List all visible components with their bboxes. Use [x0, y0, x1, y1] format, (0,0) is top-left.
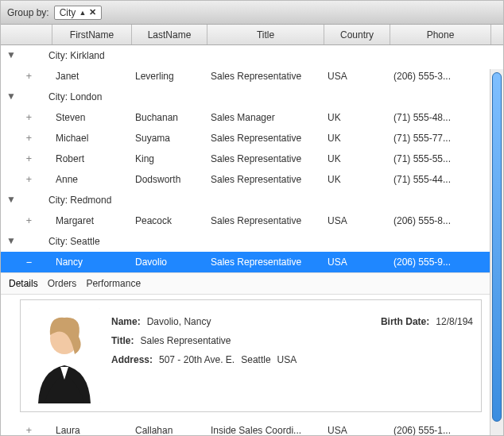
detail-title-value: Sales Representative	[140, 335, 231, 346]
table-row[interactable]: + Steven Buchanan Sales Manager UK (71) …	[1, 107, 490, 128]
remove-group-icon[interactable]: ✕	[89, 7, 96, 17]
vertical-scrollbar[interactable]	[490, 69, 503, 435]
header-country[interactable]: Country	[324, 25, 390, 44]
avatar	[29, 308, 100, 403]
chevron-down-icon[interactable]: ▼	[1, 235, 21, 246]
group-by-label: Group by:	[7, 7, 49, 18]
tab-details[interactable]: Details	[9, 276, 38, 291]
expand-icon[interactable]: +	[26, 112, 32, 123]
detail-address-city: Seattle	[241, 354, 270, 365]
detail-address-country: USA	[277, 354, 297, 365]
collapse-icon[interactable]: −	[26, 257, 32, 268]
expand-icon[interactable]: +	[26, 71, 32, 82]
detail-address-street: 507 - 20th Ave. E.	[159, 354, 235, 365]
sort-asc-icon[interactable]: ▲	[79, 9, 86, 17]
detail-name-label: Name:	[111, 316, 141, 327]
table-row[interactable]: + Anne Dodsworth Sales Representative UK…	[1, 169, 490, 190]
table-row-selected[interactable]: − Nancy Davolio Sales Representative USA…	[1, 252, 490, 272]
chevron-down-icon[interactable]: ▼	[1, 194, 21, 205]
grid-body[interactable]: ▼ City: Kirkland + Janet Leverling Sales…	[1, 45, 490, 435]
expand-icon[interactable]: +	[26, 425, 32, 435]
detail-tabs: Details Orders Performance	[1, 272, 490, 295]
expand-icon[interactable]: +	[26, 133, 32, 144]
table-row[interactable]: + Michael Suyama Sales Representative UK…	[1, 128, 490, 149]
tab-performance[interactable]: Performance	[86, 276, 141, 291]
group-by-bar: Group by: City ▲ ✕	[1, 1, 503, 25]
grid-container: Group by: City ▲ ✕ FirstName LastName Ti…	[0, 0, 504, 436]
detail-address-label: Address:	[111, 354, 153, 365]
tab-orders[interactable]: Orders	[48, 276, 77, 291]
detail-name-value: Davolio, Nancy	[147, 316, 211, 327]
group-row-seattle[interactable]: ▼ City: Seattle	[1, 231, 490, 252]
expand-icon[interactable]: +	[26, 215, 32, 226]
header-gap	[1, 25, 52, 44]
header-title[interactable]: Title	[207, 25, 324, 44]
detail-birth-value: 12/8/194	[436, 316, 473, 327]
expand-icon[interactable]: +	[26, 153, 32, 164]
chevron-down-icon[interactable]: ▼	[1, 49, 21, 60]
group-row-redmond[interactable]: ▼ City: Redmond	[1, 190, 490, 210]
grid-wrap: FirstName LastName Title Country Phone ▼…	[1, 25, 503, 435]
table-row[interactable]: + Margaret Peacock Sales Representative …	[1, 210, 490, 231]
group-row-kirkland[interactable]: ▼ City: Kirkland	[1, 45, 490, 66]
detail-fields: Name: Davolio, Nancy Birth Date: 12/8/19…	[111, 308, 473, 403]
group-chip-city[interactable]: City ▲ ✕	[54, 6, 103, 20]
group-row-london[interactable]: ▼ City: London	[1, 87, 490, 107]
table-row[interactable]: + Robert King Sales Representative UK (7…	[1, 149, 490, 169]
detail-card: Name: Davolio, Nancy Birth Date: 12/8/19…	[20, 299, 482, 412]
table-row[interactable]: + Janet Leverling Sales Representative U…	[1, 66, 490, 87]
expand-icon[interactable]: +	[26, 174, 32, 185]
table-row[interactable]: + Laura Callahan Inside Sales Coordi... …	[1, 420, 490, 435]
scrollbar-thumb[interactable]	[492, 72, 502, 422]
header-phone[interactable]: Phone	[390, 25, 491, 44]
detail-birth-label: Birth Date:	[381, 316, 429, 327]
column-header-row: FirstName LastName Title Country Phone	[1, 25, 503, 45]
detail-title-label: Title:	[111, 335, 134, 346]
header-lastname[interactable]: LastName	[132, 25, 207, 44]
avatar-image	[29, 308, 100, 403]
header-firstname[interactable]: FirstName	[52, 25, 132, 44]
group-chip-text: City	[60, 7, 76, 18]
chevron-down-icon[interactable]: ▼	[1, 91, 21, 102]
